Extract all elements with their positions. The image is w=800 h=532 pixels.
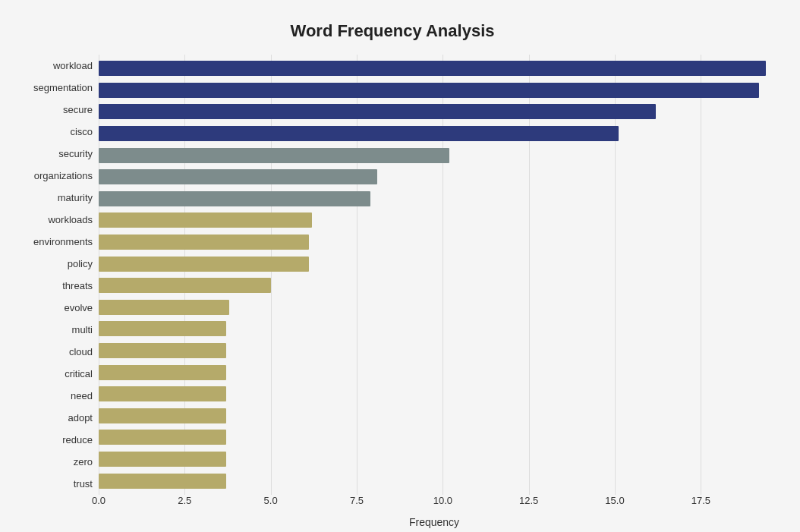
bar-row: [99, 166, 770, 188]
bar-row: [99, 231, 770, 253]
y-label-policy: policy: [15, 253, 93, 275]
bar-row: [99, 427, 770, 449]
bar-row: [99, 188, 770, 210]
y-label-critical: critical: [15, 363, 93, 385]
bars-container: [99, 55, 770, 495]
y-label-organizations: organizations: [15, 165, 93, 187]
bar-row: [99, 318, 770, 340]
bar-row: [99, 209, 770, 231]
y-label-need: need: [15, 385, 93, 407]
bar-workload: [99, 61, 766, 76]
bar-adopt: [99, 408, 226, 423]
y-label-cisco: cisco: [15, 121, 93, 143]
y-label-threats: threats: [15, 275, 93, 297]
x-label-3: 7.5: [342, 495, 372, 506]
bar-row: [99, 58, 770, 80]
x-axis-wrapper: 0.02.55.07.510.012.515.017.5 Frequency: [99, 495, 770, 528]
bar-reduce: [99, 430, 226, 445]
chart-title: Word Frequency Analysis: [15, 15, 770, 41]
x-label-7: 17.5: [685, 495, 716, 506]
y-label-environments: environments: [15, 231, 93, 253]
bar-zero: [99, 452, 226, 467]
y-label-multi: multi: [15, 319, 93, 341]
x-label-row: 0.02.55.07.510.012.515.017.5: [99, 495, 770, 513]
bar-row: [99, 275, 770, 297]
chart-container: Word Frequency Analysis workloadsegmenta…: [0, 0, 800, 532]
bar-row: [99, 361, 770, 383]
bar-row: [99, 449, 770, 471]
y-label-maturity: maturity: [15, 187, 93, 209]
bar-segmentation: [99, 83, 759, 98]
y-label-trust: trust: [15, 473, 93, 495]
x-axis-title: Frequency: [99, 516, 770, 528]
y-label-secure: secure: [15, 99, 93, 121]
bar-row: [99, 297, 770, 319]
y-label-security: security: [15, 143, 93, 165]
y-label-adopt: adopt: [15, 407, 93, 429]
y-label-workload: workload: [15, 55, 93, 77]
bar-row: [99, 101, 770, 123]
y-label-reduce: reduce: [15, 429, 93, 451]
bar-cisco: [99, 126, 619, 141]
bar-policy: [99, 257, 309, 272]
bar-trust: [99, 474, 226, 489]
bar-cloud: [99, 343, 226, 358]
bar-critical: [99, 365, 226, 380]
bar-secure: [99, 104, 656, 119]
bar-row: [99, 123, 770, 145]
bar-row: [99, 470, 770, 492]
bar-organizations: [99, 169, 377, 184]
x-label-4: 10.0: [427, 495, 458, 506]
bar-security: [99, 148, 449, 163]
bar-row: [99, 80, 770, 102]
y-label-evolve: evolve: [15, 297, 93, 319]
y-label-workloads: workloads: [15, 209, 93, 231]
y-label-cloud: cloud: [15, 341, 93, 363]
bar-need: [99, 386, 226, 401]
x-label-0: 0.0: [83, 495, 114, 506]
bar-threats: [99, 278, 271, 293]
bar-row: [99, 253, 770, 275]
bar-multi: [99, 321, 226, 336]
bars-section: [99, 55, 770, 495]
x-label-2: 5.0: [256, 495, 286, 506]
chart-area: workloadsegmentationsecureciscosecurityo…: [15, 55, 770, 495]
y-label-segmentation: segmentation: [15, 77, 93, 99]
bar-row: [99, 144, 770, 166]
y-axis-labels: workloadsegmentationsecureciscosecurityo…: [15, 55, 99, 495]
bar-row: [99, 340, 770, 362]
bar-maturity: [99, 191, 370, 206]
x-label-5: 12.5: [514, 495, 544, 506]
x-label-6: 15.0: [600, 495, 630, 506]
bar-evolve: [99, 300, 229, 315]
bar-environments: [99, 235, 309, 250]
y-label-zero: zero: [15, 451, 93, 473]
x-label-1: 2.5: [169, 495, 200, 506]
bar-row: [99, 383, 770, 405]
bar-workloads: [99, 212, 312, 228]
bar-row: [99, 405, 770, 427]
